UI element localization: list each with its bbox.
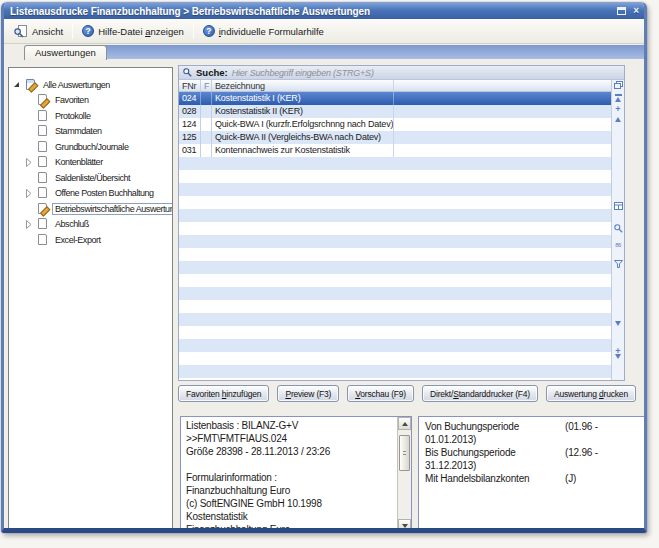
search-input[interactable]: Hier Suchbegriff eingeben (STRG+S) xyxy=(232,68,374,78)
tab-auswertungen[interactable]: Auswertungen xyxy=(24,45,107,60)
scroll-down-icon[interactable] xyxy=(398,519,411,532)
action-button-bar: Favoriten hinzufügen Preview (F3) Vorsch… xyxy=(178,385,636,402)
toolbar: Ansicht ? Hilfe-Datei anzeigen ? individ… xyxy=(4,19,644,44)
info-line: Kostenstatistik xyxy=(186,510,393,523)
document-icon xyxy=(37,234,48,246)
scrollbar-thumb[interactable] xyxy=(399,435,410,471)
scroll-down-icon[interactable] xyxy=(615,326,621,344)
grid-view-icon[interactable] xyxy=(614,196,623,214)
document-icon xyxy=(37,141,48,153)
tree-item-stammdaten[interactable]: Stammdaten xyxy=(9,124,172,140)
help-file-button[interactable]: ? Hilfe-Datei anzeigen xyxy=(76,23,190,39)
document-icon xyxy=(37,110,48,122)
ansicht-button[interactable]: Ansicht xyxy=(8,23,69,40)
close-icon[interactable]: × xyxy=(633,7,639,15)
table-row[interactable]: 028 Kostenstatistik II (KER) xyxy=(179,105,611,118)
form-help-label: individuelle Formularhilfe xyxy=(219,26,324,37)
add-favorites-button[interactable]: Favoriten hinzufügen xyxy=(178,385,269,402)
column-header-f[interactable]: F xyxy=(201,80,212,91)
info-line: >>FMT\FMTFIAUS.024 xyxy=(186,432,393,445)
toolbar-separator xyxy=(72,23,73,39)
category-tree: Alle Auswertungen Favoriten Protokolle S… xyxy=(8,67,173,531)
column-header-empty xyxy=(394,80,611,91)
content-area: Alle Auswertungen Favoriten Protokolle S… xyxy=(4,60,644,533)
scroll-up-icon[interactable] xyxy=(615,117,621,122)
preview-magnifier-icon xyxy=(14,25,28,38)
ansicht-label: Ansicht xyxy=(32,26,63,37)
grid-empty-rows xyxy=(179,157,611,380)
column-header-bezeichnung[interactable]: Bezeichnung xyxy=(212,80,394,91)
filter-icon[interactable] xyxy=(614,254,623,272)
tab-strip: Auswertungen xyxy=(4,44,644,60)
document-edit-icon xyxy=(37,94,48,106)
list-info-panel: Listenbasis : BILANZ-G+V >>FMT\FMTFIAUS.… xyxy=(180,416,412,533)
tree-item-saldenliste[interactable]: Saldenliste/Übersicht xyxy=(9,170,172,186)
info-line: Formularinformation : xyxy=(186,471,393,484)
help-file-label: Hilfe-Datei anzeigen xyxy=(98,26,184,37)
expander-closed-icon[interactable] xyxy=(26,220,32,229)
help-icon: ? xyxy=(203,25,215,37)
direct-printer-f4-button[interactable]: Direkt/Standarddrucker (F4) xyxy=(422,385,538,402)
expander-open-icon[interactable] xyxy=(14,82,19,87)
restore-icon[interactable] xyxy=(617,7,626,15)
title-bar[interactable]: Listenausdrucke Finanzbuchhaltung > Betr… xyxy=(4,3,644,19)
info-panel-scrollbar[interactable] xyxy=(397,417,411,532)
search-bar[interactable]: Suche: Hier Suchbegriff eingeben (STRG+S… xyxy=(179,66,624,80)
tree-item-alle-auswertungen[interactable]: Alle Auswertungen xyxy=(9,77,172,93)
parameter-row: Mit Handelsbilanzkonten(J) xyxy=(425,472,641,485)
folder-edit-icon xyxy=(25,79,36,91)
sort-icon[interactable]: 86 xyxy=(615,242,621,249)
tree-item-betriebswirtschaftliche-auswertungen[interactable]: Betriebswirtschaftliche Auswertungen xyxy=(9,201,172,217)
tree-item-grundbuch-journale[interactable]: Grundbuch/Journale xyxy=(9,139,172,155)
info-line: Finanzbuchhaltung Euro xyxy=(186,523,393,533)
toolbar-separator xyxy=(193,23,194,39)
table-row[interactable]: 124 Quick-BWA I (kurzfr.Erfolgsrchnng na… xyxy=(179,118,611,131)
window-title: Listenausdrucke Finanzbuchhaltung > Betr… xyxy=(10,6,370,17)
tree-item-offene-posten[interactable]: Offene Posten Buchhaltung xyxy=(9,186,172,202)
app-window: Listenausdrucke Finanzbuchhaltung > Betr… xyxy=(1,2,647,533)
form-help-button[interactable]: ? individuelle Formularhilfe xyxy=(197,23,330,39)
document-icon xyxy=(37,187,48,199)
tree-item-kontenblaetter[interactable]: Kontenblätter xyxy=(9,155,172,171)
scroll-to-top-icon[interactable] xyxy=(615,94,622,102)
info-line xyxy=(186,458,393,471)
grid-header[interactable]: FNr F Bezeichnung xyxy=(179,80,611,92)
print-report-button[interactable]: Auswertung drucken xyxy=(546,385,636,402)
scroll-to-bottom-icon[interactable] xyxy=(615,359,621,377)
search-label: Suche: xyxy=(196,67,228,78)
info-line: (c) SoftENGINE GmbH 10.1998 xyxy=(186,497,393,510)
zoom-icon[interactable] xyxy=(614,219,623,237)
tree-item-abschluss[interactable]: Abschluß xyxy=(9,217,172,233)
document-edit-icon xyxy=(37,203,48,215)
parameter-panel: Von Buchungsperiode(01.96 - 01.01.2013) … xyxy=(418,416,647,533)
document-icon xyxy=(37,218,48,230)
vorschau-f9-button[interactable]: Vorschau (F9) xyxy=(347,385,414,402)
expander-closed-icon[interactable] xyxy=(26,158,32,167)
tab-band xyxy=(101,45,644,59)
document-icon xyxy=(37,125,48,137)
info-line: Größe 28398 - 28.11.2013 / 23:26 xyxy=(186,445,393,458)
document-icon xyxy=(37,172,48,184)
parameter-row: Von Buchungsperiode(01.96 - 01.01.2013) xyxy=(425,420,641,446)
tree-item-excel-export[interactable]: Excel-Export xyxy=(9,232,172,248)
tree-item-favoriten[interactable]: Favoriten xyxy=(9,93,172,109)
expander-closed-icon[interactable] xyxy=(26,189,32,198)
grid-side-toolbar: + 86 xyxy=(611,80,624,380)
parameter-row: Bis Buchungsperiode(12.96 - 31.12.2013) xyxy=(425,446,641,472)
column-chooser-icon[interactable] xyxy=(614,81,623,90)
preview-f3-button[interactable]: Preview (F3) xyxy=(277,385,339,402)
tree-item-protokolle[interactable]: Protokolle xyxy=(9,108,172,124)
info-line: Listenbasis : BILANZ-G+V xyxy=(186,419,393,432)
document-icon xyxy=(37,156,48,168)
report-grid: Suche: Hier Suchbegriff eingeben (STRG+S… xyxy=(178,65,625,381)
table-row[interactable]: 125 Quick-BWA II (Vergleichs-BWA nach Da… xyxy=(179,131,611,144)
table-row[interactable]: 031 Kontennachweis zur Kostenstatistik xyxy=(179,144,611,157)
info-line: Finanzbuchhaltung Euro xyxy=(186,484,393,497)
column-header-fnr[interactable]: FNr xyxy=(179,80,201,91)
scroll-up-icon[interactable] xyxy=(398,417,411,430)
table-row[interactable]: 024 Kostenstatistik I (KER) xyxy=(179,92,611,105)
help-icon: ? xyxy=(82,25,94,37)
insert-row-icon[interactable]: + xyxy=(615,106,620,113)
search-icon xyxy=(183,68,192,77)
